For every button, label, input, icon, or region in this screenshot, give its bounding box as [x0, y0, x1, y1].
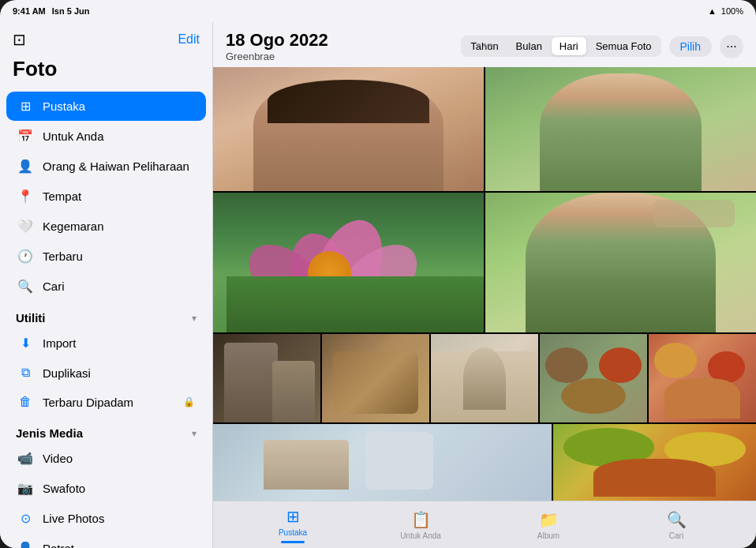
photo-row-2 — [213, 193, 756, 332]
video-icon: 📹 — [17, 451, 33, 466]
sidebar-header: ⊡ Edit — [0, 22, 212, 54]
untuk-anda-icon: 📅 — [17, 129, 33, 144]
sidebar-panel-icon[interactable]: ⊡ — [13, 30, 26, 49]
utiliti-chevron-icon: ▾ — [192, 313, 196, 324]
sidebar-label-kegemaran: Kegemaran — [43, 220, 104, 233]
content-area: 18 Ogo 2022 Greenbrae Tahun Bulan Hari S… — [213, 22, 756, 548]
utiliti-section-header[interactable]: Utiliti ▾ — [0, 302, 212, 328]
sidebar-item-cari[interactable]: 🔍 Cari — [6, 272, 206, 301]
tab-cari[interactable]: 🔍 Cari — [612, 510, 740, 540]
filter-bulan[interactable]: Bulan — [508, 37, 550, 55]
cari-icon: 🔍 — [17, 279, 33, 294]
tab-active-indicator — [281, 541, 305, 543]
import-icon: ⬇ — [17, 336, 33, 351]
sidebar-item-terbaru[interactable]: 🕐 Terbaru — [6, 242, 206, 271]
sidebar-item-video[interactable]: 📹 Video — [6, 444, 206, 473]
photo-grid — [213, 67, 756, 548]
dot-2 — [483, 43, 486, 47]
sidebar-item-duplikasi[interactable]: ⧉ Duplikasi — [6, 358, 206, 387]
sidebar-item-tempat[interactable]: 📍 Tempat — [6, 182, 206, 211]
duplikasi-icon: ⧉ — [17, 366, 33, 380]
sidebar-item-potret[interactable]: 👤 Potret — [6, 534, 206, 548]
day-display: Isn 5 Jun — [52, 6, 90, 16]
photo-cell-woman-outdoor-2[interactable] — [485, 193, 756, 332]
sidebar-item-pustaka[interactable]: ⊞ Pustaka — [6, 92, 206, 121]
sidebar-label-pustaka: Pustaka — [43, 99, 85, 113]
sidebar-label-cari: Cari — [43, 280, 65, 293]
photo-cell-blue-kitchen[interactable] — [213, 424, 552, 501]
content-header-right: Tahun Bulan Hari Semua Foto Pilih ··· — [461, 35, 743, 58]
sidebar-label-live-photos: Live Photos — [43, 512, 104, 525]
content-location: Greenbrae — [226, 51, 328, 62]
tab-pustaka[interactable]: ⊞ Pustaka — [229, 507, 357, 543]
photo-row-3 — [213, 334, 756, 423]
photo-cell-woman-outdoor[interactable] — [485, 67, 756, 191]
sidebar-item-terbaru-dipadam[interactable]: 🗑 Terbaru Dipadam 🔒 — [6, 388, 206, 416]
sidebar-label-orang-haiwan: Orang & Haiwan Peliharaan — [43, 160, 189, 173]
sidebar-item-swafoto[interactable]: 📷 Swafoto — [6, 474, 206, 503]
main-layout: ⊡ Edit Foto ⊞ Pustaka 📅 Untuk Anda 👤 Ora… — [0, 22, 756, 548]
photo-row-1 — [213, 67, 756, 191]
jenis-media-section-title: Jenis Media — [16, 426, 83, 440]
sidebar: ⊡ Edit Foto ⊞ Pustaka 📅 Untuk Anda 👤 Ora… — [0, 22, 213, 548]
photo-cell-kitchen-1[interactable] — [213, 334, 320, 423]
tab-pustaka-label: Pustaka — [279, 528, 307, 537]
sidebar-scroll: ⊞ Pustaka 📅 Untuk Anda 👤 Orang & Haiwan … — [0, 91, 212, 548]
battery-display: 100% — [721, 6, 743, 16]
app-container: 9:41 AM Isn 5 Jun ▲ 100% ⊡ Edit Foto ⊞ P… — [0, 0, 756, 548]
photo-row-4 — [213, 424, 756, 501]
sidebar-item-live-photos[interactable]: ⊙ Live Photos — [6, 504, 206, 533]
sidebar-item-orang-haiwan[interactable]: 👤 Orang & Haiwan Peliharaan — [6, 152, 206, 181]
more-menu-button[interactable]: ··· — [720, 35, 743, 58]
jenis-media-section-header[interactable]: Jenis Media ▾ — [0, 417, 212, 443]
sidebar-label-import: Import — [43, 336, 77, 350]
photo-cell-food-bowls[interactable] — [540, 334, 647, 423]
sidebar-item-kegemaran[interactable]: 🤍 Kegemaran — [6, 212, 206, 241]
lock-icon: 🔒 — [183, 396, 195, 407]
top-dots-menu[interactable] — [477, 43, 492, 47]
photo-cell-fruit-1[interactable] — [649, 334, 756, 423]
tab-untuk-anda[interactable]: 📋 Untuk Anda — [357, 510, 485, 540]
tab-pustaka-icon: ⊞ — [286, 507, 300, 526]
time-display: 9:41 AM — [13, 6, 46, 16]
sidebar-label-swafoto: Swafoto — [43, 482, 85, 495]
photo-cell-bread[interactable] — [322, 334, 429, 423]
tab-album-label: Album — [537, 531, 560, 540]
swafoto-icon: 📷 — [17, 481, 33, 496]
tab-cari-label: Cari — [669, 531, 683, 540]
sidebar-label-terbaru: Terbaru — [43, 250, 83, 263]
edit-button[interactable]: Edit — [178, 32, 200, 47]
status-bar: 9:41 AM Isn 5 Jun ▲ 100% — [0, 0, 756, 22]
more-dots-icon: ··· — [726, 39, 736, 54]
photo-cell-pink-flower[interactable] — [213, 193, 484, 332]
tab-untuk-anda-label: Untuk Anda — [400, 531, 441, 540]
status-bar-left: 9:41 AM Isn 5 Jun — [13, 6, 89, 16]
tab-untuk-anda-icon: 📋 — [411, 510, 431, 529]
content-date-area: 18 Ogo 2022 Greenbrae — [226, 30, 328, 62]
tempat-icon: 📍 — [17, 189, 33, 204]
dot-3 — [488, 43, 492, 47]
bottom-tab-bar: ⊞ Pustaka 📋 Untuk Anda 📁 Album 🔍 Cari — [213, 501, 756, 548]
sidebar-item-untuk-anda[interactable]: 📅 Untuk Anda — [6, 122, 206, 151]
terbaru-dipadam-icon: 🗑 — [17, 395, 33, 409]
filter-semua-foto[interactable]: Semua Foto — [588, 37, 660, 55]
utiliti-section-title: Utiliti — [16, 311, 46, 325]
sidebar-label-potret: Potret — [43, 542, 74, 548]
live-photos-icon: ⊙ — [17, 511, 33, 526]
terbaru-icon: 🕐 — [17, 249, 33, 264]
sidebar-label-tempat: Tempat — [43, 190, 81, 203]
sidebar-item-import[interactable]: ⬇ Import — [6, 328, 206, 358]
filter-hari[interactable]: Hari — [552, 37, 586, 55]
select-button[interactable]: Pilih — [669, 36, 712, 57]
photo-cell-fruit-colorful[interactable] — [553, 424, 756, 501]
dot-1 — [477, 43, 481, 47]
photo-cell-woman-portrait[interactable] — [213, 67, 484, 191]
tab-cari-icon: 🔍 — [667, 510, 687, 529]
tab-album[interactable]: 📁 Album — [485, 510, 612, 540]
sidebar-label-terbaru-dipadam: Terbaru Dipadam — [43, 396, 133, 409]
jenis-media-chevron-icon: ▾ — [192, 428, 196, 439]
content-date: 18 Ogo 2022 — [226, 30, 328, 51]
sidebar-label-video: Video — [43, 452, 73, 465]
potret-icon: 👤 — [17, 541, 33, 548]
photo-cell-kitchen-2[interactable] — [431, 334, 538, 423]
